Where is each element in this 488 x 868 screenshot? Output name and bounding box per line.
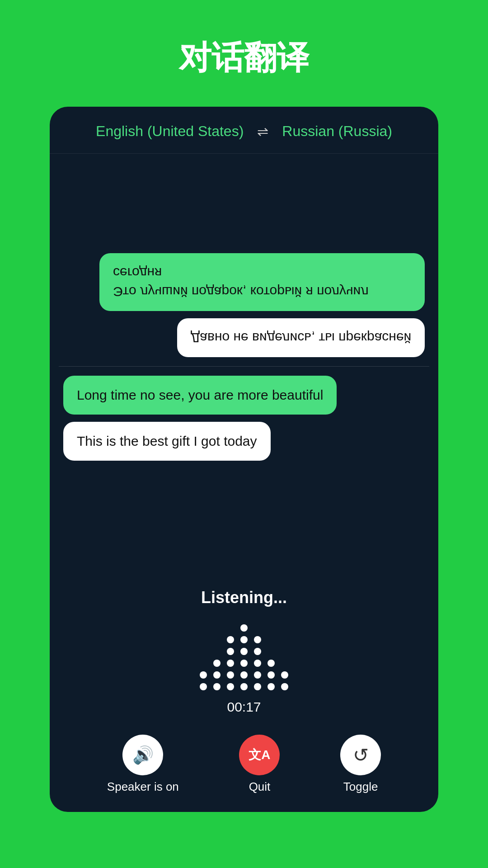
waveform-col-3	[227, 636, 234, 690]
waveform-dot	[240, 648, 248, 655]
message-bubble-russian-1: Это лучший подарок, который я получил се…	[99, 253, 425, 311]
speaker-button[interactable]: 🔊	[122, 735, 163, 775]
waveform-dot	[240, 636, 248, 643]
waveform-dot	[213, 683, 221, 690]
target-language[interactable]: Russian (Russia)	[282, 123, 392, 140]
quit-control[interactable]: 文A Quit	[239, 735, 280, 794]
source-language[interactable]: English (United States)	[96, 123, 244, 140]
bottom-controls: 🔊 Speaker is on 文A Quit ↺ Toggle	[50, 726, 438, 812]
waveform-col-2	[213, 660, 221, 690]
waveform-dot	[281, 671, 288, 679]
quit-icon: 文A	[249, 746, 270, 764]
waveform-dot	[227, 671, 234, 679]
waveform-col-1	[200, 671, 207, 690]
app-title: 对话翻译	[179, 36, 309, 80]
waveform-dot	[267, 671, 275, 679]
message-bubble-english-2: This is the best gift I got today	[63, 422, 271, 461]
speaker-label: Speaker is on	[107, 780, 179, 794]
waveform-dot	[254, 636, 261, 643]
waveform-dot	[254, 660, 261, 667]
waveform-dot	[267, 683, 275, 690]
waveform-col-6	[267, 660, 275, 690]
conversation-top: Это лучший подарок, который я получил се…	[50, 154, 438, 366]
message-bubble-russian-2: Давно не виделись, ты прекрасней	[177, 318, 425, 357]
quit-label: Quit	[249, 780, 271, 794]
waveform-dot	[254, 671, 261, 679]
waveform-dot	[267, 660, 275, 667]
waveform-dot	[213, 660, 221, 667]
waveform-dot	[281, 683, 288, 690]
waveform-col-4	[240, 624, 248, 690]
waveform-dot	[200, 671, 207, 679]
waveform-dot	[227, 683, 234, 690]
waveform-dot	[227, 648, 234, 655]
listening-status: Listening...	[201, 588, 287, 607]
waveform-dot	[227, 660, 234, 667]
waveform-dot	[240, 660, 248, 667]
waveform-dot	[240, 624, 248, 632]
waveform-dot	[240, 683, 248, 690]
language-header: English (United States) ⇌ Russian (Russi…	[50, 107, 438, 154]
speaker-control[interactable]: 🔊 Speaker is on	[107, 735, 179, 794]
waveform-col-5	[254, 636, 261, 690]
toggle-icon: ↺	[353, 744, 369, 766]
toggle-button[interactable]: ↺	[340, 735, 381, 775]
listening-section: Listening...	[50, 579, 438, 726]
waveform-dot	[254, 683, 261, 690]
recording-timer: 00:17	[227, 699, 261, 715]
conversation-bottom: Long time no see, you are more beautiful…	[50, 367, 438, 579]
speaker-icon: 🔊	[132, 745, 154, 765]
waveform-dot	[200, 683, 207, 690]
waveform-dot	[240, 671, 248, 679]
waveform-dot	[213, 671, 221, 679]
waveform-dot	[227, 636, 234, 643]
toggle-label: Toggle	[343, 780, 378, 794]
waveform-col-7	[281, 671, 288, 690]
waveform-dot	[254, 648, 261, 655]
waveform-visualization	[200, 618, 288, 690]
swap-languages-icon[interactable]: ⇌	[257, 123, 268, 139]
message-bubble-english-1: Long time no see, you are more beautiful	[63, 376, 337, 415]
translation-card: English (United States) ⇌ Russian (Russi…	[50, 107, 438, 812]
quit-button[interactable]: 文A	[239, 735, 280, 775]
toggle-control[interactable]: ↺ Toggle	[340, 735, 381, 794]
